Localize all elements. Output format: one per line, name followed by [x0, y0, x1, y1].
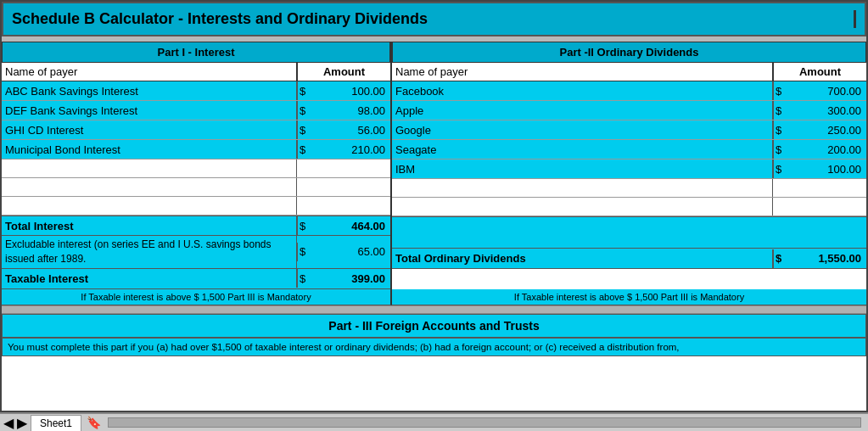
total-interest-amount: $ 464.00 — [297, 216, 390, 235]
taxable-interest-amount: $ 399.00 — [297, 269, 390, 288]
next-sheet-icon[interactable]: ▶ — [17, 415, 27, 431]
taxable-interest-row: Taxable Interest $ 399.00 — [2, 269, 390, 289]
right-cell-name-1[interactable]: Facebook — [392, 81, 773, 100]
right-cell-name-4[interactable]: Seagate — [392, 140, 773, 159]
left-empty-row-1 — [2, 160, 390, 178]
left-section: Part I - Interest Name of payer Amount A… — [2, 42, 392, 289]
left-data-row-4: Municipal Bond Interest $ 210.00 — [2, 140, 390, 160]
excludable-label: Excludable interest (on series EE and I … — [2, 236, 297, 268]
bottom-bar: ◀ ▶ Sheet1 🔖 — [0, 412, 868, 431]
total-dividends-row: Total Ordinary Dividends $ 1,550.00 — [392, 249, 866, 269]
right-cell-name-2[interactable]: Apple — [392, 101, 773, 120]
horizontal-scrollbar[interactable] — [108, 417, 861, 428]
sheet1-tab[interactable]: Sheet1 — [31, 415, 81, 431]
left-data-row-3: GHI CD Interest $ 56.00 — [2, 120, 390, 140]
right-data-row-3: Google $ 250.00 — [392, 120, 866, 140]
right-data-row-2: Apple $ 300.00 — [392, 101, 866, 120]
left-empty-row-2 — [2, 178, 390, 197]
right-data-row-1: Facebook $ 700.00 — [392, 81, 866, 101]
right-cell-amount-3: $ 250.00 — [773, 120, 866, 139]
left-cell-name-3[interactable]: GHI CD Interest — [2, 120, 297, 139]
notice-row: If Taxable interest is above $ 1,500 Par… — [2, 289, 866, 305]
left-cell-amount-1: $ 100.00 — [297, 81, 390, 100]
right-cell-amount-1: $ 700.00 — [773, 81, 866, 100]
title-text: Schedule B Calculator - Interests and Or… — [12, 10, 856, 28]
right-cell-amount-5: $ 100.00 — [773, 160, 866, 178]
right-col-name-header: Name of payer — [392, 63, 773, 81]
prev-sheet-icon[interactable]: ◀ — [3, 415, 14, 431]
right-data-row-5: IBM $ 100.00 — [392, 160, 866, 179]
left-cell-name-2[interactable]: DEF Bank Savings Interest — [2, 101, 297, 120]
left-dollar-1: $ — [300, 85, 305, 98]
left-cell-amount-3: $ 56.00 — [297, 120, 390, 139]
excludable-amount: $ 65.00 — [297, 243, 390, 261]
left-data-row-1: ABC Bank Savings Interest $ 100.00 — [2, 81, 390, 101]
total-dividends-label: Total Ordinary Dividends — [392, 249, 773, 268]
part1-header: Part I - Interest — [2, 42, 390, 63]
part2-header: Part -II Ordinary Dividends — [392, 42, 866, 63]
excludable-row: Excludable interest (on series EE and I … — [2, 236, 390, 269]
sheet-icon: 🔖 — [87, 416, 101, 429]
right-section: Part -II Ordinary Dividends Name of paye… — [392, 42, 866, 289]
right-col-headers: Name of payer Amount — [392, 63, 866, 81]
part3-header: Part - III Foreign Accounts and Trusts — [2, 314, 866, 338]
gray-divider — [2, 305, 866, 314]
part3-description: You must complete this part if you (a) h… — [2, 338, 866, 356]
notice-left: If Taxable interest is above $ 1,500 Par… — [2, 289, 392, 305]
right-cell-name-3[interactable]: Google — [392, 120, 773, 139]
left-data-row-2: DEF Bank Savings Interest $ 98.00 — [2, 101, 390, 120]
title-row: Schedule B Calculator - Interests and Or… — [2, 2, 866, 36]
right-cell-amount-2: $ 300.00 — [773, 101, 866, 120]
left-cell-name-1[interactable]: ABC Bank Savings Interest — [2, 81, 297, 100]
left-empty-row-3 — [2, 197, 390, 216]
left-cell-amount-2: $ 98.00 — [297, 101, 390, 120]
left-cell-amount-4: $ 210.00 — [297, 140, 390, 159]
right-empty-row-2 — [392, 198, 866, 216]
taxable-interest-label: Taxable Interest — [2, 269, 297, 288]
right-spacer-excludable — [392, 216, 866, 249]
total-interest-label: Total Interest — [2, 216, 297, 235]
right-cell-name-5[interactable]: IBM — [392, 160, 773, 178]
right-empty-row-1 — [392, 179, 866, 198]
left-col-name-header: Name of payer — [2, 63, 297, 81]
left-col-headers: Name of payer Amount — [2, 63, 390, 81]
main-two-col: Part I - Interest Name of payer Amount A… — [2, 42, 866, 289]
right-col-amount-header: Amount — [773, 63, 866, 81]
right-cell-amount-4: $ 200.00 — [773, 140, 866, 159]
scrollbar-area — [104, 417, 865, 428]
notice-right: If Taxable interest is above $ 1,500 Par… — [392, 289, 866, 305]
total-interest-row: Total Interest $ 464.00 — [2, 216, 390, 236]
left-cell-name-4[interactable]: Municipal Bond Interest — [2, 140, 297, 159]
total-dividends-amount: $ 1,550.00 — [773, 249, 866, 268]
right-data-row-4: Seagate $ 200.00 — [392, 140, 866, 160]
left-col-amount-header: Amount — [297, 63, 390, 81]
left-value-1: 100.00 — [312, 85, 385, 98]
